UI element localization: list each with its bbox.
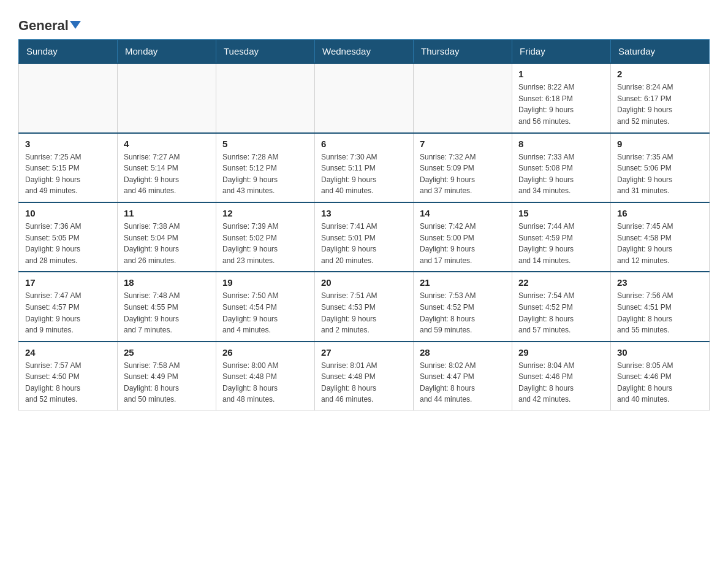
calendar-cell: 9Sunrise: 7:35 AMSunset: 5:06 PMDaylight…	[611, 133, 710, 202]
weekday-header-tuesday: Tuesday	[216, 40, 315, 64]
calendar-table: SundayMondayTuesdayWednesdayThursdayFrid…	[18, 39, 710, 411]
day-info: Sunrise: 7:30 AMSunset: 5:11 PMDaylight:…	[321, 151, 407, 197]
calendar-cell	[315, 63, 414, 132]
day-number: 13	[321, 208, 407, 218]
day-info: Sunrise: 7:38 AMSunset: 5:04 PMDaylight:…	[124, 221, 210, 266]
weekday-header-thursday: Thursday	[414, 40, 512, 64]
logo-triangle-icon	[70, 21, 81, 29]
day-number: 21	[420, 277, 506, 288]
day-number: 17	[25, 277, 111, 288]
day-info: Sunrise: 8:00 AMSunset: 4:48 PMDaylight:…	[222, 360, 308, 405]
day-number: 14	[420, 208, 506, 218]
day-info: Sunrise: 7:53 AMSunset: 4:52 PMDaylight:…	[420, 290, 506, 335]
day-number: 23	[617, 277, 703, 288]
calendar-cell: 21Sunrise: 7:53 AMSunset: 4:52 PMDayligh…	[414, 272, 512, 341]
logo-text: General	[18, 18, 81, 33]
calendar-cell: 24Sunrise: 7:57 AMSunset: 4:50 PMDayligh…	[19, 342, 118, 411]
weekday-header-sunday: Sunday	[19, 40, 118, 64]
day-number: 19	[222, 277, 308, 288]
day-number: 22	[518, 277, 604, 288]
day-number: 15	[518, 208, 604, 218]
day-info: Sunrise: 7:28 AMSunset: 5:12 PMDaylight:…	[222, 151, 308, 197]
calendar-cell: 29Sunrise: 8:04 AMSunset: 4:46 PMDayligh…	[512, 342, 611, 411]
calendar-cell: 23Sunrise: 7:56 AMSunset: 4:51 PMDayligh…	[611, 272, 710, 341]
calendar-cell: 7Sunrise: 7:32 AMSunset: 5:09 PMDaylight…	[414, 133, 512, 202]
day-info: Sunrise: 7:47 AMSunset: 4:57 PMDaylight:…	[25, 290, 111, 335]
calendar-cell: 14Sunrise: 7:42 AMSunset: 5:00 PMDayligh…	[414, 202, 512, 272]
calendar-cell: 25Sunrise: 7:58 AMSunset: 4:49 PMDayligh…	[118, 342, 216, 411]
day-info: Sunrise: 7:36 AMSunset: 5:05 PMDaylight:…	[25, 221, 111, 266]
calendar-cell: 13Sunrise: 7:41 AMSunset: 5:01 PMDayligh…	[315, 202, 414, 272]
calendar-cell: 27Sunrise: 8:01 AMSunset: 4:48 PMDayligh…	[315, 342, 414, 411]
day-info: Sunrise: 7:48 AMSunset: 4:55 PMDaylight:…	[124, 290, 210, 335]
day-info: Sunrise: 8:24 AMSunset: 6:17 PMDaylight:…	[617, 82, 703, 127]
day-number: 28	[420, 347, 506, 358]
day-info: Sunrise: 7:39 AMSunset: 5:02 PMDaylight:…	[222, 221, 308, 266]
day-info: Sunrise: 7:56 AMSunset: 4:51 PMDaylight:…	[617, 290, 703, 335]
calendar-cell: 30Sunrise: 8:05 AMSunset: 4:46 PMDayligh…	[611, 342, 710, 411]
day-info: Sunrise: 7:35 AMSunset: 5:06 PMDaylight:…	[617, 151, 703, 197]
day-number: 26	[222, 347, 308, 358]
day-info: Sunrise: 7:25 AMSunset: 5:15 PMDaylight:…	[25, 151, 111, 197]
day-number: 5	[222, 139, 308, 149]
calendar-week-2: 3Sunrise: 7:25 AMSunset: 5:15 PMDaylight…	[19, 133, 710, 202]
day-number: 25	[124, 347, 210, 358]
day-number: 20	[321, 277, 407, 288]
day-number: 2	[617, 69, 703, 79]
calendar-cell: 19Sunrise: 7:50 AMSunset: 4:54 PMDayligh…	[216, 272, 315, 341]
day-number: 12	[222, 208, 308, 218]
day-info: Sunrise: 7:33 AMSunset: 5:08 PMDaylight:…	[518, 151, 604, 197]
day-info: Sunrise: 7:57 AMSunset: 4:50 PMDaylight:…	[25, 360, 111, 405]
page-header: General	[18, 12, 710, 33]
day-number: 18	[124, 277, 210, 288]
weekday-header-wednesday: Wednesday	[315, 40, 414, 64]
calendar-cell: 6Sunrise: 7:30 AMSunset: 5:11 PMDaylight…	[315, 133, 414, 202]
day-info: Sunrise: 7:42 AMSunset: 5:00 PMDaylight:…	[420, 221, 506, 266]
calendar-cell: 22Sunrise: 7:54 AMSunset: 4:52 PMDayligh…	[512, 272, 611, 341]
day-number: 4	[124, 139, 210, 149]
day-number: 29	[518, 347, 604, 358]
calendar-week-5: 24Sunrise: 7:57 AMSunset: 4:50 PMDayligh…	[19, 342, 710, 411]
day-info: Sunrise: 7:27 AMSunset: 5:14 PMDaylight:…	[124, 151, 210, 197]
day-number: 7	[420, 139, 506, 149]
calendar-cell: 20Sunrise: 7:51 AMSunset: 4:53 PMDayligh…	[315, 272, 414, 341]
calendar-cell: 10Sunrise: 7:36 AMSunset: 5:05 PMDayligh…	[19, 202, 118, 272]
day-info: Sunrise: 8:22 AMSunset: 6:18 PMDaylight:…	[518, 82, 604, 127]
calendar-week-4: 17Sunrise: 7:47 AMSunset: 4:57 PMDayligh…	[19, 272, 710, 341]
calendar-cell: 15Sunrise: 7:44 AMSunset: 4:59 PMDayligh…	[512, 202, 611, 272]
day-info: Sunrise: 7:54 AMSunset: 4:52 PMDaylight:…	[518, 290, 604, 335]
calendar-cell: 1Sunrise: 8:22 AMSunset: 6:18 PMDaylight…	[512, 63, 611, 132]
calendar-cell: 11Sunrise: 7:38 AMSunset: 5:04 PMDayligh…	[118, 202, 216, 272]
day-info: Sunrise: 8:04 AMSunset: 4:46 PMDaylight:…	[518, 360, 604, 405]
calendar-cell: 8Sunrise: 7:33 AMSunset: 5:08 PMDaylight…	[512, 133, 611, 202]
weekday-header-row: SundayMondayTuesdayWednesdayThursdayFrid…	[19, 40, 710, 64]
calendar-cell	[19, 63, 118, 132]
day-number: 8	[518, 139, 604, 149]
day-number: 6	[321, 139, 407, 149]
calendar-cell: 3Sunrise: 7:25 AMSunset: 5:15 PMDaylight…	[19, 133, 118, 202]
day-info: Sunrise: 7:58 AMSunset: 4:49 PMDaylight:…	[124, 360, 210, 405]
day-number: 30	[617, 347, 703, 358]
calendar-cell: 12Sunrise: 7:39 AMSunset: 5:02 PMDayligh…	[216, 202, 315, 272]
calendar-cell: 17Sunrise: 7:47 AMSunset: 4:57 PMDayligh…	[19, 272, 118, 341]
weekday-header-monday: Monday	[118, 40, 216, 64]
day-info: Sunrise: 7:41 AMSunset: 5:01 PMDaylight:…	[321, 221, 407, 266]
calendar-cell: 4Sunrise: 7:27 AMSunset: 5:14 PMDaylight…	[118, 133, 216, 202]
logo: General	[18, 12, 81, 33]
day-number: 3	[25, 139, 111, 149]
day-info: Sunrise: 8:01 AMSunset: 4:48 PMDaylight:…	[321, 360, 407, 405]
calendar-cell: 28Sunrise: 8:02 AMSunset: 4:47 PMDayligh…	[414, 342, 512, 411]
calendar-cell: 26Sunrise: 8:00 AMSunset: 4:48 PMDayligh…	[216, 342, 315, 411]
day-number: 24	[25, 347, 111, 358]
day-info: Sunrise: 7:44 AMSunset: 4:59 PMDaylight:…	[518, 221, 604, 266]
calendar-cell: 18Sunrise: 7:48 AMSunset: 4:55 PMDayligh…	[118, 272, 216, 341]
day-number: 10	[25, 208, 111, 218]
calendar-cell: 5Sunrise: 7:28 AMSunset: 5:12 PMDaylight…	[216, 133, 315, 202]
day-number: 11	[124, 208, 210, 218]
day-info: Sunrise: 7:50 AMSunset: 4:54 PMDaylight:…	[222, 290, 308, 335]
day-info: Sunrise: 7:51 AMSunset: 4:53 PMDaylight:…	[321, 290, 407, 335]
calendar-cell: 2Sunrise: 8:24 AMSunset: 6:17 PMDaylight…	[611, 63, 710, 132]
calendar-cell	[414, 63, 512, 132]
day-number: 9	[617, 139, 703, 149]
day-info: Sunrise: 7:32 AMSunset: 5:09 PMDaylight:…	[420, 151, 506, 197]
